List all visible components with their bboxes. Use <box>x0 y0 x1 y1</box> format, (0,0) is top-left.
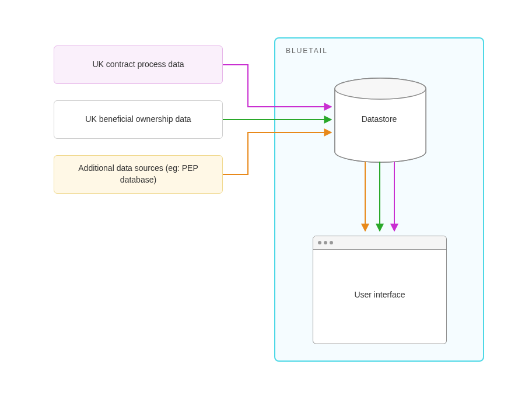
user-interface-window: User interface <box>313 236 447 344</box>
window-dot-icon <box>330 241 333 244</box>
browser-titlebar-icon <box>313 236 446 250</box>
source-ownership-label: UK beneficial ownership data <box>85 114 191 125</box>
source-ownership-box: UK beneficial ownership data <box>54 100 223 139</box>
svg-point-0 <box>335 78 426 99</box>
window-dot-icon <box>324 241 327 244</box>
system-container: BLUETAIL Datastore User interface <box>274 37 484 362</box>
source-contract-box: UK contract process data <box>54 46 223 84</box>
system-name-label: BLUETAIL <box>286 47 328 55</box>
diagram-canvas: UK contract process data UK beneficial o… <box>0 0 525 420</box>
svg-point-3 <box>335 78 426 99</box>
user-interface-label: User interface <box>313 290 446 299</box>
source-additional-label: Additional data sources (eg: PEP databas… <box>66 163 211 186</box>
source-contract-label: UK contract process data <box>92 59 184 71</box>
datastore-label: Datastore <box>275 114 483 124</box>
window-dot-icon <box>318 241 321 244</box>
source-additional-box: Additional data sources (eg: PEP databas… <box>54 155 223 194</box>
